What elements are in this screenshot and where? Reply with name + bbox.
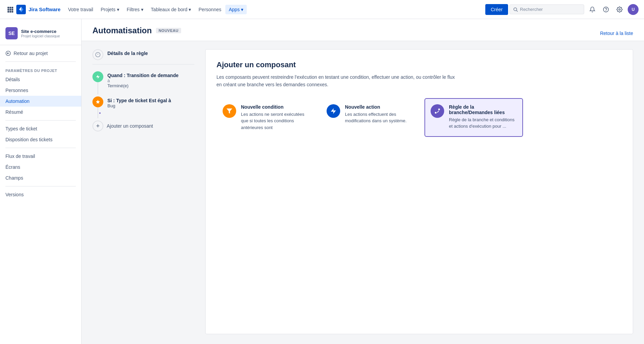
step-connector-2 [98, 107, 98, 118]
divider-2 [5, 120, 76, 121]
svg-rect-6 [7, 11, 9, 13]
svg-rect-5 [12, 9, 13, 11]
component-cards: Nouvelle condition Les actions ne seront… [216, 98, 622, 137]
sidebar-item-types-de-ticket[interactable]: Types de ticket [0, 123, 81, 134]
condition-card-desc: Les actions ne seront exécutées que si t… [241, 111, 309, 131]
top-navigation: Jira Software Votre travail Projets ▾ Fi… [0, 0, 644, 19]
svg-rect-2 [12, 7, 13, 8]
svg-rect-0 [7, 7, 9, 8]
branch-icon [431, 104, 444, 118]
svg-rect-1 [10, 7, 11, 8]
chevron-down-icon: ▾ [241, 7, 243, 12]
condition-icon [223, 104, 236, 118]
chevron-down-icon: ▾ [141, 7, 143, 12]
topnav-right-actions: Rechercher U [509, 4, 639, 15]
sidebar-item-champs[interactable]: Champs [0, 173, 81, 183]
apps-grid-icon[interactable] [5, 5, 15, 14]
page-header: Automatisation NOUVEAU Retour à la liste [82, 19, 644, 41]
nav-tableaux-de-bord[interactable]: Tableaux de bord ▾ [147, 5, 194, 14]
component-card-action[interactable]: Nouvelle action Les actions effectuent d… [320, 98, 419, 137]
main-content: Automatisation NOUVEAU Retour à la liste [82, 19, 644, 344]
sidebar-item-disposition[interactable]: Disposition des tickets [0, 134, 81, 145]
steps-panel: Détails de la règle Q [92, 49, 194, 334]
avatar[interactable]: U [628, 4, 639, 15]
notifications-button[interactable] [587, 4, 598, 15]
action-icon [327, 104, 340, 118]
project-type: Projet logiciel classique [21, 34, 60, 38]
svg-marker-20 [96, 100, 100, 104]
sidebar-item-personnes[interactable]: Personnes [0, 85, 81, 96]
nav-filtres[interactable]: Filtres ▾ [123, 5, 147, 14]
sidebar-item-flux[interactable]: Flux de travail [0, 151, 81, 162]
add-circle-icon: + [92, 121, 103, 131]
sidebar-item-automation[interactable]: Automation [0, 96, 81, 107]
svg-rect-4 [10, 9, 11, 11]
step-trigger-content: Quand : Transition de demande à Terminé(… [107, 71, 178, 88]
branch-card-content: Règle de la branche/Demandes liées Règle… [449, 104, 517, 130]
add-component-button[interactable]: + Ajouter un composant [92, 121, 194, 131]
svg-rect-7 [10, 11, 11, 13]
step-condition[interactable]: Si : Type de ticket Est égal à Bug [92, 96, 194, 108]
sidebar-item-ecrans[interactable]: Écrans [0, 162, 81, 173]
page-title: Automatisation [92, 26, 152, 35]
add-panel-description: Les composants peuvent restreindre l'exé… [216, 73, 461, 89]
divider-3 [5, 148, 76, 148]
divider [5, 61, 76, 62]
project-name: Site e-commerce [21, 29, 60, 34]
sidebar-section-title: Paramètres du projet [0, 65, 81, 74]
settings-button[interactable] [614, 4, 625, 15]
nav-personnes[interactable]: Personnes [195, 5, 225, 14]
search-bar[interactable]: Rechercher [509, 4, 584, 14]
step-condition-value: Bug [107, 103, 171, 108]
action-card-content: Nouvelle action Les actions effectuent d… [345, 104, 413, 124]
condition-card-content: Nouvelle condition Les actions ne seront… [241, 104, 309, 131]
page-title-row: Automatisation NOUVEAU [92, 26, 181, 41]
project-info: SE Site e-commerce Projet logiciel class… [0, 24, 81, 45]
top-nav-items: Votre travail Projets ▾ Filtres ▾ Tablea… [65, 5, 483, 14]
component-card-condition[interactable]: Nouvelle condition Les actions ne seront… [216, 98, 315, 137]
help-button[interactable] [601, 4, 611, 15]
branch-card-title: Règle de la branche/Demandes liées [449, 104, 517, 115]
svg-rect-8 [12, 11, 13, 13]
step-trigger-label: Quand : Transition de demande [107, 73, 178, 78]
search-icon [513, 7, 518, 12]
step-rule-details[interactable]: Détails de la règle [92, 49, 194, 60]
help-icon [603, 6, 609, 13]
bell-icon [589, 6, 595, 13]
sidebar-item-resume[interactable]: Résumé [0, 107, 81, 117]
divider-4 [5, 186, 76, 186]
new-badge: NOUVEAU [156, 28, 181, 33]
nav-votre-travail[interactable]: Votre travail [65, 5, 97, 14]
nav-apps[interactable]: Apps ▾ [225, 5, 247, 14]
component-card-branch[interactable]: Règle de la branche/Demandes liées Règle… [424, 98, 523, 137]
back-to-project-button[interactable]: Retour au projet [0, 48, 81, 59]
step-trigger-icon [92, 71, 103, 82]
chevron-down-icon: ▾ [189, 7, 191, 12]
step-trigger[interactable]: Quand : Transition de demande à Terminé(… [92, 71, 194, 88]
action-card-title: Nouvelle action [345, 104, 413, 110]
jira-logo[interactable]: Jira Software [16, 5, 60, 14]
back-arrow-icon [5, 51, 11, 56]
action-card-desc: Les actions effectuent des modifications… [345, 111, 413, 124]
add-component-label: Ajouter un composant [107, 123, 153, 129]
sidebar-item-details[interactable]: Détails [0, 74, 81, 85]
step-condition-label: Si : Type de ticket Est égal à [107, 98, 171, 103]
svg-point-14 [619, 8, 621, 10]
settings-icon [616, 6, 623, 13]
svg-point-10 [514, 7, 517, 11]
chevron-down-icon: ▾ [117, 7, 119, 12]
step-condition-content: Si : Type de ticket Est égal à Bug [107, 96, 171, 108]
step-trigger-sub: à [107, 78, 178, 83]
back-to-list-link[interactable]: Retour à la liste [600, 31, 633, 36]
step-dot [99, 112, 101, 114]
content-area: Détails de la règle Q [82, 41, 644, 342]
step-trigger-value: Terminé(e) [107, 83, 178, 88]
project-icon: SE [5, 27, 18, 39]
sidebar-item-versions[interactable]: Versions [0, 189, 81, 200]
create-button[interactable]: Créer [485, 4, 508, 15]
condition-card-title: Nouvelle condition [241, 104, 309, 110]
svg-rect-3 [7, 9, 9, 11]
nav-projets[interactable]: Projets ▾ [97, 5, 123, 14]
step-rule-details-content: Détails de la règle [107, 49, 148, 56]
svg-point-24 [435, 112, 437, 113]
